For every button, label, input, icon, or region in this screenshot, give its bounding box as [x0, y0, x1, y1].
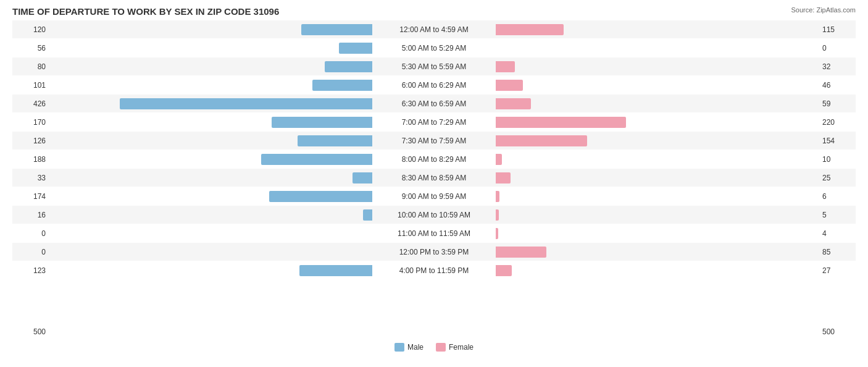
left-value: 126: [12, 137, 49, 145]
female-bar-container: [496, 43, 819, 54]
chart-row: 188 8:00 AM to 8:29 AM 10: [12, 150, 856, 168]
left-value: 101: [12, 81, 49, 90]
right-value: 220: [819, 118, 856, 127]
time-label: 5:00 AM to 5:29 AM: [372, 44, 496, 53]
right-value: 32: [819, 62, 856, 71]
male-bar: [312, 80, 372, 91]
right-value: 85: [819, 248, 856, 256]
time-label: 7:00 AM to 7:29 AM: [372, 118, 496, 127]
center-label-area: 11:00 AM to 11:59 AM: [372, 229, 496, 238]
chart-row: 426 6:30 AM to 6:59 AM 59: [12, 95, 856, 112]
axis-right-label: 500: [819, 327, 856, 336]
legend-female: Female: [436, 343, 474, 352]
female-bar-container: [496, 24, 819, 35]
time-label: 6:30 AM to 6:59 AM: [372, 99, 496, 108]
time-label: 4:00 PM to 11:59 PM: [372, 266, 496, 275]
right-value: 10: [819, 155, 856, 164]
female-bar-container: [496, 117, 819, 128]
male-bar-container: [49, 135, 372, 146]
center-label-area: 9:00 AM to 9:59 AM: [372, 192, 496, 201]
center-label-area: 7:00 AM to 7:29 AM: [372, 118, 496, 127]
source-text: Source: ZipAtlas.com: [791, 6, 856, 14]
female-bar: [496, 172, 511, 184]
male-bar-container: [49, 191, 372, 202]
time-label: 12:00 PM to 3:59 PM: [372, 248, 496, 256]
legend-male-label: Male: [407, 343, 424, 352]
time-label: 7:30 AM to 7:59 AM: [372, 137, 496, 145]
male-bar-container: [49, 98, 372, 109]
right-value: 46: [819, 81, 856, 90]
time-label: 8:30 AM to 8:59 AM: [372, 174, 496, 182]
time-label: 12:00 AM to 4:59 AM: [372, 25, 496, 34]
male-bar-container: [49, 24, 372, 35]
male-bar: [353, 172, 372, 184]
male-bar-container: [49, 117, 372, 128]
time-label: 5:30 AM to 5:59 AM: [372, 62, 496, 71]
female-bar: [496, 98, 531, 109]
female-bar: [496, 247, 546, 258]
chart-row: 33 8:30 AM to 8:59 AM 25: [12, 169, 856, 187]
left-value: 170: [12, 118, 49, 127]
right-value: 25: [819, 174, 856, 182]
center-label-area: 4:00 PM to 11:59 PM: [372, 266, 496, 275]
axis-left-label: 500: [12, 327, 49, 336]
left-value: 188: [12, 155, 49, 164]
center-label-area: 6:00 AM to 6:29 AM: [372, 81, 496, 90]
center-label-area: 12:00 AM to 4:59 AM: [372, 25, 496, 34]
chart-row: 170 7:00 AM to 7:29 AM 220: [12, 113, 856, 131]
legend: Male Female: [12, 343, 856, 352]
male-bar-container: [49, 209, 372, 221]
right-value: 0: [819, 44, 856, 53]
male-bar: [301, 24, 372, 35]
female-bar-container: [496, 172, 819, 184]
female-bar-container: [496, 228, 819, 239]
time-label: 11:00 AM to 11:59 AM: [372, 229, 496, 238]
chart-title: TIME OF DEPARTURE TO WORK BY SEX IN ZIP …: [12, 6, 856, 17]
male-bar-container: [49, 43, 372, 54]
male-bar-container: [49, 228, 372, 239]
time-label: 10:00 AM to 10:59 AM: [372, 211, 496, 219]
right-value: 27: [819, 266, 856, 275]
chart-row: 0 12:00 PM to 3:59 PM 85: [12, 243, 856, 261]
male-bar-container: [49, 247, 372, 258]
male-bar: [298, 135, 372, 146]
female-bar-container: [496, 80, 819, 91]
female-bar: [496, 61, 515, 72]
chart-row: 120 12:00 AM to 4:59 AM 115: [12, 20, 856, 38]
female-bar-container: [496, 61, 819, 72]
left-value: 426: [12, 99, 49, 108]
center-label-area: 7:30 AM to 7:59 AM: [372, 137, 496, 145]
left-value: 123: [12, 266, 49, 275]
left-value: 16: [12, 211, 49, 219]
chart-row: 123 4:00 PM to 11:59 PM 27: [12, 261, 856, 279]
female-bar-container: [496, 191, 819, 202]
legend-female-label: Female: [449, 343, 474, 352]
male-bar: [339, 43, 372, 54]
left-value: 80: [12, 62, 49, 71]
female-bar: [496, 24, 564, 35]
right-value: 5: [819, 211, 856, 219]
female-bar-container: [496, 135, 819, 146]
time-label: 8:00 AM to 8:29 AM: [372, 155, 496, 164]
center-label-area: 12:00 PM to 3:59 PM: [372, 248, 496, 256]
female-bar: [496, 154, 502, 165]
male-bar-container: [49, 172, 372, 184]
female-bar: [496, 135, 587, 146]
chart-row: 174 9:00 AM to 9:59 AM 6: [12, 187, 856, 205]
left-value: 174: [12, 192, 49, 201]
center-label-area: 10:00 AM to 10:59 AM: [372, 211, 496, 219]
left-value: 0: [12, 248, 49, 256]
chart-row: 101 6:00 AM to 6:29 AM 46: [12, 76, 856, 94]
center-label-area: 5:30 AM to 5:59 AM: [372, 62, 496, 71]
right-value: 115: [819, 25, 856, 34]
female-bar: [496, 117, 626, 128]
right-value: 4: [819, 229, 856, 238]
female-bar-container: [496, 209, 819, 221]
right-value: 154: [819, 137, 856, 145]
female-bar-container: [496, 247, 819, 258]
female-bar-container: [496, 265, 819, 276]
right-value: 6: [819, 192, 856, 201]
left-value: 33: [12, 174, 49, 182]
chart-row: 16 10:00 AM to 10:59 AM 5: [12, 206, 856, 224]
legend-male-box: [394, 343, 404, 352]
